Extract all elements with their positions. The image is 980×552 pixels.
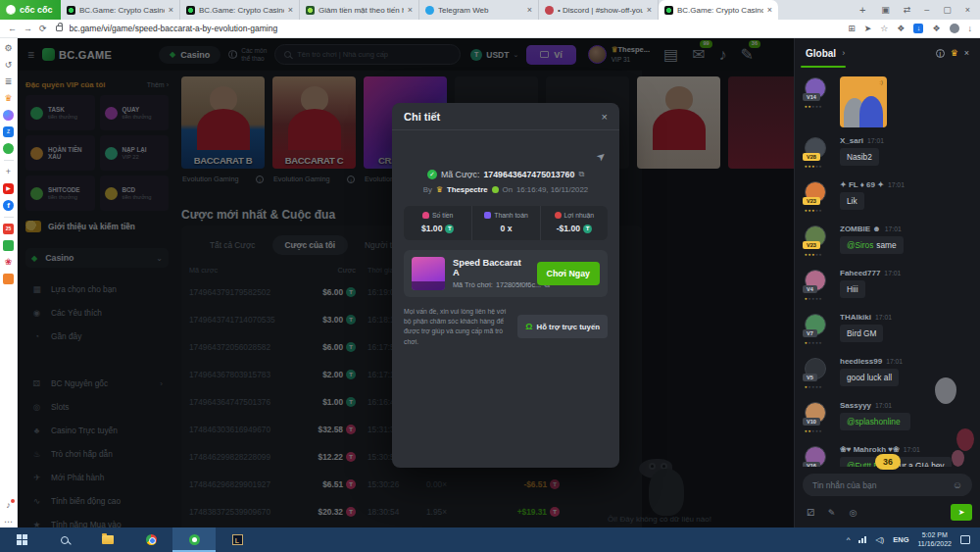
stat-icon bbox=[422, 212, 429, 219]
more-icon[interactable]: ⋯ bbox=[3, 517, 14, 527]
chat-text-bubble: Hiii bbox=[840, 280, 865, 298]
bet-stats: Số tiền $1.00T Thanh toán 0 xT Lợi nhuận… bbox=[404, 206, 608, 240]
vip-badge: V16 bbox=[803, 462, 820, 467]
newsfeed-icon[interactable]: ≣ bbox=[3, 76, 14, 87]
chat-rules-icon[interactable]: i bbox=[936, 49, 945, 58]
flower-icon[interactable]: ❀ bbox=[3, 257, 14, 268]
tab-search-icon[interactable]: ▣ bbox=[881, 5, 890, 15]
chat-message: V23 ●●●●● ✦ FL ♦ 69 ✦17:01 Lik bbox=[803, 180, 972, 216]
coccoc-brand-button[interactable]: cốc cốc bbox=[0, 0, 61, 20]
chat-username[interactable]: THAIkiki bbox=[840, 313, 871, 322]
share-icon[interactable]: ➤ bbox=[864, 24, 872, 33]
chat-username[interactable]: Faheed777 bbox=[840, 269, 880, 277]
chat-username[interactable]: ❀♥ Mahrokh ♥❀ bbox=[840, 445, 900, 454]
browser-tab[interactable]: BC.Game: Crypto Casino Gam × bbox=[180, 0, 300, 20]
send-button[interactable]: ➤ bbox=[951, 504, 972, 521]
windows-taskbar: L ^ ◁) ENG 5:02 PM 11/16/2022 bbox=[0, 527, 980, 552]
browser-tab[interactable]: • Discord | #show-off-you × bbox=[539, 0, 659, 20]
trophy-icon[interactable]: ♛ bbox=[951, 48, 958, 58]
downloads-icon[interactable]: ↓ bbox=[968, 24, 973, 33]
back-icon[interactable]: ← bbox=[8, 24, 17, 33]
add-shortcut-icon[interactable]: + bbox=[3, 167, 14, 177]
file-explorer-icon[interactable] bbox=[86, 527, 129, 552]
chat-text-bubble: good luck all bbox=[840, 369, 899, 386]
tab-close-icon[interactable]: × bbox=[527, 5, 532, 15]
history-icon[interactable]: ↺ bbox=[3, 60, 14, 71]
chat-room-title[interactable]: Global bbox=[806, 48, 836, 59]
chrome-icon[interactable] bbox=[129, 527, 172, 552]
reload-icon[interactable]: ⟳ bbox=[39, 24, 47, 33]
live-support-button[interactable]: Ω Hỗ trợ trực tuyến bbox=[517, 315, 608, 338]
chat-username[interactable]: heedless99 bbox=[840, 357, 882, 366]
action-center-icon[interactable] bbox=[960, 535, 970, 544]
vip-badge: V4 bbox=[803, 285, 817, 293]
cart-icon[interactable] bbox=[3, 274, 14, 284]
coccoc-taskbar-icon[interactable] bbox=[172, 527, 216, 552]
url-text[interactable]: bc.game/vi/game/speed-baccarat-a-by-evol… bbox=[70, 24, 842, 33]
settings-gear-icon[interactable]: ⚙ bbox=[3, 43, 14, 54]
league-of-legends-icon[interactable]: L bbox=[216, 527, 259, 552]
chat-close-icon[interactable]: × bbox=[964, 48, 969, 58]
hidden-icons-caret[interactable]: ^ bbox=[847, 535, 851, 544]
bettor-username[interactable]: Thespectre bbox=[447, 185, 488, 194]
tab-title: • Discord | #show-off-you bbox=[558, 6, 643, 15]
mention[interactable]: @Siros bbox=[847, 240, 873, 250]
close-window-icon[interactable]: × bbox=[965, 5, 970, 15]
volume-icon[interactable]: ◁) bbox=[875, 535, 884, 544]
tab-close-icon[interactable]: × bbox=[767, 5, 772, 15]
copy-icon[interactable]: ⧉ bbox=[578, 170, 584, 179]
adblock-shield-icon[interactable]: ❖ bbox=[897, 24, 905, 33]
forward-icon[interactable]: → bbox=[24, 24, 32, 33]
vip-stars: ●●●●● bbox=[805, 428, 823, 433]
mention[interactable]: @splashonline bbox=[847, 417, 901, 427]
chat-username[interactable]: ✦ FL ♦ 69 ✦ bbox=[840, 180, 884, 189]
download-extension-icon[interactable]: ↓ bbox=[913, 24, 923, 33]
coccoc-brand-label: cốc cốc bbox=[20, 5, 53, 15]
unread-count-bubble[interactable]: 36 bbox=[875, 454, 901, 470]
shopping-icon[interactable] bbox=[3, 240, 14, 251]
chevron-right-icon: › bbox=[842, 48, 845, 58]
restore-tabs-icon[interactable]: ⇄ bbox=[904, 5, 911, 15]
browser-profile-avatar[interactable] bbox=[950, 24, 959, 33]
crown-icon[interactable]: ♛ bbox=[3, 93, 14, 104]
lock-icon[interactable] bbox=[56, 25, 63, 31]
taskbar-clock[interactable]: 5:02 PM 11/16/2022 bbox=[917, 531, 952, 549]
chat-username[interactable]: Sassyyy bbox=[840, 401, 871, 410]
tab-close-icon[interactable]: × bbox=[288, 5, 293, 15]
chat-input[interactable]: Tin nhắn của bạn ☺ bbox=[803, 474, 972, 496]
coin-icon[interactable]: ◎ bbox=[849, 508, 857, 518]
language-indicator[interactable]: ENG bbox=[893, 535, 908, 544]
dice-icon[interactable]: ⚂ bbox=[807, 508, 814, 518]
modal-close-icon[interactable]: × bbox=[602, 111, 608, 123]
tab-close-icon[interactable]: × bbox=[169, 5, 173, 15]
new-tab-button[interactable]: + bbox=[854, 0, 871, 20]
tab-close-icon[interactable]: × bbox=[647, 5, 652, 15]
browser-tab[interactable]: BC.Game: Crypto Casino Gam × bbox=[659, 0, 778, 20]
notifications-bell-icon[interactable]: ♪ bbox=[3, 500, 14, 511]
game-thumbnail[interactable] bbox=[412, 257, 445, 290]
maximize-icon[interactable]: ▢ bbox=[943, 5, 952, 15]
extensions-icon[interactable]: ❖ bbox=[932, 24, 940, 33]
games-icon[interactable] bbox=[3, 143, 14, 154]
start-button[interactable] bbox=[0, 527, 43, 552]
share-icon[interactable]: ➤ bbox=[594, 149, 609, 165]
zalo-icon[interactable]: Z bbox=[3, 126, 14, 137]
messenger-icon[interactable] bbox=[3, 110, 14, 121]
network-icon[interactable] bbox=[858, 536, 866, 543]
calendar-icon[interactable]: 25 bbox=[3, 224, 14, 234]
chat-username[interactable]: X_sari bbox=[840, 136, 863, 145]
taskbar-search-icon[interactable] bbox=[43, 527, 86, 552]
youtube-icon[interactable]: ▶ bbox=[3, 183, 14, 194]
browser-tab[interactable]: Telegram Web × bbox=[419, 0, 539, 20]
browser-tab[interactable]: BC.Game: Crypto Casino Gam × bbox=[61, 0, 180, 20]
play-now-button[interactable]: Chơi Ngay bbox=[537, 262, 600, 285]
tab-close-icon[interactable]: × bbox=[408, 5, 413, 15]
bookmark-star-icon[interactable]: ☆ bbox=[880, 24, 888, 33]
minimize-icon[interactable]: – bbox=[924, 5, 929, 15]
emoji-icon[interactable]: ☺ bbox=[953, 479, 962, 490]
rain-icon[interactable]: ✎ bbox=[828, 508, 836, 518]
browser-tab[interactable]: Giảm tiền mặt theo tiến hóa! × bbox=[300, 0, 419, 20]
chat-username[interactable]: ZOMBIE ☻ bbox=[840, 225, 881, 233]
facebook-icon[interactable]: f bbox=[3, 200, 14, 211]
save-page-icon[interactable]: ⊞ bbox=[848, 24, 856, 33]
